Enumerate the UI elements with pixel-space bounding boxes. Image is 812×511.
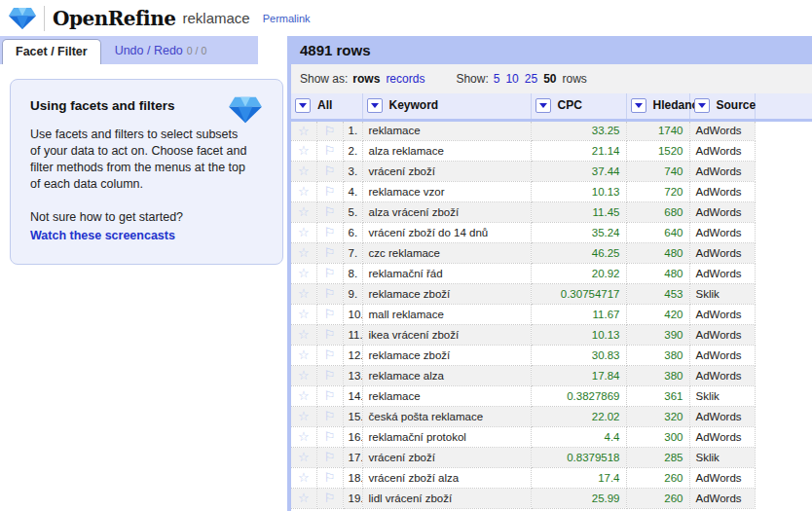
source-column-menu-button[interactable] bbox=[694, 98, 710, 113]
source-cell: AdWords bbox=[689, 140, 755, 161]
star-icon[interactable]: ☆ bbox=[291, 242, 316, 263]
page-size-5[interactable]: 5 bbox=[494, 72, 500, 86]
hledanost-cell: 453 bbox=[626, 283, 689, 304]
star-icon[interactable]: ☆ bbox=[291, 324, 316, 345]
star-icon[interactable]: ☆ bbox=[291, 365, 316, 385]
logo-divider bbox=[44, 6, 45, 31]
permalink-link[interactable]: Permalink bbox=[263, 13, 311, 24]
row-index: 17. bbox=[343, 447, 362, 467]
table-row: ☆⚐19.lidl vrácení zboží25.99260AdWords bbox=[291, 488, 812, 508]
row-index: 8. bbox=[343, 263, 362, 283]
row-index: 7. bbox=[343, 242, 362, 263]
flag-icon[interactable]: ⚐ bbox=[316, 120, 343, 140]
show-label: Show: bbox=[456, 72, 488, 86]
chevron-down-icon bbox=[539, 103, 547, 108]
app-logo-text: OpenRefine bbox=[53, 7, 175, 30]
table-row: ☆⚐17.vrácení zboží0.8379518285Sklik bbox=[291, 447, 812, 467]
keyword-cell: vrácení zboží alza bbox=[362, 467, 531, 488]
star-icon[interactable]: ☆ bbox=[291, 283, 316, 304]
hledanost-column-menu-button[interactable] bbox=[631, 98, 646, 113]
flag-icon[interactable]: ⚐ bbox=[316, 222, 343, 242]
flag-icon[interactable]: ⚐ bbox=[316, 324, 343, 345]
star-icon[interactable]: ☆ bbox=[291, 406, 316, 426]
hledanost-cell: 260 bbox=[626, 488, 689, 508]
show-as-rows-option[interactable]: rows bbox=[352, 72, 380, 86]
cpc-column-menu-button[interactable] bbox=[535, 98, 551, 113]
flag-icon[interactable]: ⚐ bbox=[316, 365, 343, 385]
keyword-cell: alza vrácení zboží bbox=[362, 201, 531, 222]
star-icon[interactable]: ☆ bbox=[291, 488, 316, 508]
column-header-hledanost: Hledanost bbox=[626, 93, 689, 120]
filler-cell bbox=[755, 161, 812, 181]
star-icon[interactable]: ☆ bbox=[291, 467, 316, 488]
table-row: ☆⚐4.reklamace vzor10.13720AdWords bbox=[291, 181, 812, 201]
flag-icon[interactable]: ⚐ bbox=[316, 467, 343, 488]
hledanost-cell: 320 bbox=[626, 406, 689, 426]
star-icon[interactable]: ☆ bbox=[291, 447, 316, 467]
star-icon[interactable]: ☆ bbox=[291, 120, 316, 140]
page-size-50[interactable]: 50 bbox=[543, 72, 556, 86]
flag-icon[interactable]: ⚐ bbox=[316, 263, 343, 283]
filler-cell bbox=[755, 345, 812, 365]
column-header-source: Source bbox=[689, 93, 755, 120]
chevron-down-icon bbox=[299, 103, 307, 108]
star-icon[interactable]: ☆ bbox=[291, 385, 316, 406]
filler-cell bbox=[755, 283, 812, 304]
keyword-cell: reklamace vzor bbox=[362, 181, 531, 201]
star-icon[interactable]: ☆ bbox=[291, 181, 316, 201]
flag-icon[interactable]: ⚐ bbox=[316, 242, 343, 263]
source-cell: AdWords bbox=[689, 488, 755, 508]
page-size-25[interactable]: 25 bbox=[525, 72, 537, 86]
keyword-column-menu-button[interactable] bbox=[367, 98, 383, 113]
cpc-cell: 30.83 bbox=[531, 345, 626, 365]
flag-icon[interactable]: ⚐ bbox=[316, 385, 343, 406]
flag-icon[interactable]: ⚐ bbox=[316, 161, 343, 181]
help-panel-question: Not sure how to get started? bbox=[30, 209, 249, 226]
table-row: ☆⚐13.reklamace alza17.84380AdWords bbox=[291, 365, 812, 385]
row-index: 16. bbox=[343, 426, 362, 447]
page-size-10[interactable]: 10 bbox=[505, 72, 518, 86]
flag-icon[interactable]: ⚐ bbox=[316, 304, 343, 324]
cpc-cell: 33.25 bbox=[531, 120, 626, 140]
flag-icon[interactable]: ⚐ bbox=[316, 201, 343, 222]
row-index: 19. bbox=[343, 488, 362, 508]
flag-icon[interactable]: ⚐ bbox=[316, 406, 343, 426]
hledanost-cell: 480 bbox=[626, 263, 689, 283]
star-icon[interactable]: ☆ bbox=[291, 140, 316, 161]
flag-icon[interactable]: ⚐ bbox=[316, 140, 343, 161]
undo-redo-count: 0 / 0 bbox=[187, 45, 206, 56]
flag-icon[interactable]: ⚐ bbox=[316, 426, 343, 447]
star-icon[interactable]: ☆ bbox=[291, 263, 316, 283]
star-icon[interactable]: ☆ bbox=[291, 304, 316, 324]
flag-icon[interactable]: ⚐ bbox=[316, 283, 343, 304]
screencasts-link[interactable]: Watch these screencasts bbox=[30, 229, 175, 242]
filler-cell bbox=[755, 365, 812, 385]
cpc-cell: 37.44 bbox=[531, 161, 626, 181]
diamond-icon bbox=[228, 95, 263, 125]
star-icon[interactable]: ☆ bbox=[291, 426, 316, 447]
tab-strip: Facet / Filter Undo / Redo0 / 0 bbox=[0, 36, 258, 64]
flag-icon[interactable]: ⚐ bbox=[316, 181, 343, 201]
tab-facet-filter[interactable]: Facet / Filter bbox=[2, 39, 101, 64]
row-index: 10. bbox=[343, 304, 362, 324]
cpc-cell: 0.30754717 bbox=[531, 283, 626, 304]
star-icon[interactable]: ☆ bbox=[291, 201, 316, 222]
left-panel: Facet / Filter Undo / Redo0 / 0 Using fa… bbox=[0, 36, 287, 511]
table-row: ☆⚐16.reklamační protokol4.4300AdWords bbox=[291, 426, 812, 447]
hledanost-cell: 390 bbox=[626, 324, 689, 345]
row-index: 18. bbox=[343, 467, 362, 488]
flag-icon[interactable]: ⚐ bbox=[316, 345, 343, 365]
source-cell: AdWords bbox=[689, 426, 755, 447]
all-column-menu-button[interactable] bbox=[295, 98, 311, 113]
cpc-cell: 10.13 bbox=[531, 324, 626, 345]
star-icon[interactable]: ☆ bbox=[291, 161, 316, 181]
column-header-filler bbox=[755, 93, 812, 120]
flag-icon[interactable]: ⚐ bbox=[316, 447, 343, 467]
star-icon[interactable]: ☆ bbox=[291, 222, 316, 242]
star-icon[interactable]: ☆ bbox=[291, 345, 316, 365]
tab-undo-redo[interactable]: Undo / Redo0 / 0 bbox=[101, 39, 215, 64]
show-as-records-option[interactable]: records bbox=[386, 72, 424, 86]
flag-icon[interactable]: ⚐ bbox=[316, 488, 343, 508]
hledanost-cell: 640 bbox=[626, 222, 689, 242]
keyword-cell: mall reklamace bbox=[362, 304, 531, 324]
